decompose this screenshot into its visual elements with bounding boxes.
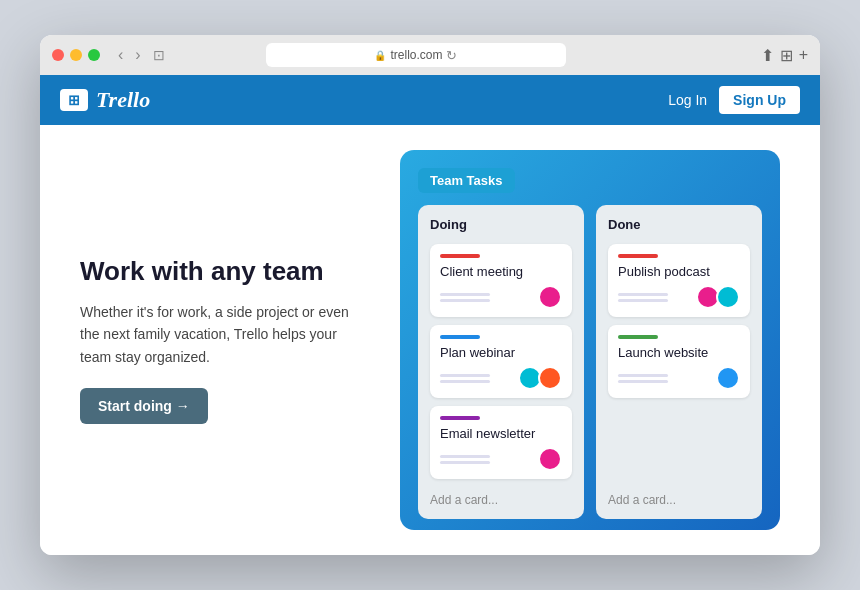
card-line: [618, 374, 668, 377]
card-line: [440, 455, 490, 458]
avatar: [716, 285, 740, 309]
trello-logo-text: Trello: [96, 87, 150, 113]
card-avatars: [538, 447, 562, 471]
traffic-lights: [52, 49, 100, 61]
avatar: [538, 447, 562, 471]
avatar: [716, 366, 740, 390]
card-avatars: [696, 285, 740, 309]
hero-section: Work with any team Whether it's for work…: [80, 256, 360, 424]
trello-logo: ⊞ Trello: [60, 87, 150, 113]
card-bar: [440, 416, 480, 420]
card-avatars: [538, 285, 562, 309]
card-title: Client meeting: [440, 264, 562, 279]
card-plan-webinar[interactable]: Plan webinar: [430, 325, 572, 398]
card-title: Email newsletter: [440, 426, 562, 441]
maximize-button[interactable]: [88, 49, 100, 61]
card-line: [618, 380, 668, 383]
hero-heading: Work with any team: [80, 256, 360, 287]
board-columns: Doing Client meeting: [418, 205, 762, 519]
doing-column: Doing Client meeting: [418, 205, 584, 519]
add-button[interactable]: +: [799, 46, 808, 65]
card-title: Plan webinar: [440, 345, 562, 360]
card-meta: [440, 447, 562, 471]
board-title: Team Tasks: [418, 168, 515, 193]
card-lines: [618, 293, 668, 302]
card-bar: [440, 254, 480, 258]
card-line: [618, 293, 668, 296]
card-lines: [618, 374, 668, 383]
url-text: trello.com: [390, 48, 442, 62]
card-meta: [618, 366, 740, 390]
cta-button[interactable]: Start doing →: [80, 388, 208, 424]
browser-window: ‹ › ⊡ 🔒 trello.com ↻ ⬆ ⊞ + ⊞ Trello Log …: [40, 35, 820, 555]
minimize-button[interactable]: [70, 49, 82, 61]
card-line: [440, 293, 490, 296]
done-column: Done Publish podcast: [596, 205, 762, 519]
forward-button[interactable]: ›: [131, 44, 144, 66]
trello-navbar: ⊞ Trello Log In Sign Up: [40, 75, 820, 125]
browser-chrome: ‹ › ⊡ 🔒 trello.com ↻ ⬆ ⊞ +: [40, 35, 820, 75]
signup-button[interactable]: Sign Up: [719, 86, 800, 114]
card-lines: [440, 374, 490, 383]
share-button[interactable]: ⬆: [761, 46, 774, 65]
card-lines: [440, 293, 490, 302]
card-meta: [440, 285, 562, 309]
card-avatars: [518, 366, 562, 390]
card-client-meeting[interactable]: Client meeting: [430, 244, 572, 317]
card-line: [440, 380, 490, 383]
back-button[interactable]: ‹: [114, 44, 127, 66]
main-content: Work with any team Whether it's for work…: [40, 125, 820, 555]
card-publish-podcast[interactable]: Publish podcast: [608, 244, 750, 317]
nav-buttons: ‹ ›: [114, 44, 145, 66]
done-column-header: Done: [608, 217, 750, 232]
board-demo: Team Tasks Doing Client meeting: [400, 150, 780, 530]
card-bar: [618, 335, 658, 339]
card-lines: [440, 455, 490, 464]
close-button[interactable]: [52, 49, 64, 61]
add-card-done[interactable]: Add a card...: [608, 487, 750, 507]
card-email-newsletter[interactable]: Email newsletter: [430, 406, 572, 479]
reload-icon[interactable]: ↻: [446, 48, 457, 63]
browser-actions: ⬆ ⊞ +: [761, 46, 808, 65]
card-line: [618, 299, 668, 302]
tab-view-button[interactable]: ⊡: [153, 47, 165, 63]
card-line: [440, 374, 490, 377]
add-card-doing[interactable]: Add a card...: [430, 487, 572, 507]
hero-description: Whether it's for work, a side project or…: [80, 301, 360, 368]
card-meta: [618, 285, 740, 309]
card-avatars: [716, 366, 740, 390]
card-line: [440, 461, 490, 464]
card-title: Launch website: [618, 345, 740, 360]
trello-logo-icon: ⊞: [60, 89, 88, 111]
card-bar: [618, 254, 658, 258]
card-meta: [440, 366, 562, 390]
lock-icon: 🔒: [374, 50, 386, 61]
login-link[interactable]: Log In: [668, 92, 707, 108]
card-title: Publish podcast: [618, 264, 740, 279]
card-line: [440, 299, 490, 302]
address-bar[interactable]: 🔒 trello.com ↻: [266, 43, 566, 67]
avatar: [538, 285, 562, 309]
card-bar: [440, 335, 480, 339]
new-tab-button[interactable]: ⊞: [780, 46, 793, 65]
doing-column-header: Doing: [430, 217, 572, 232]
avatar: [538, 366, 562, 390]
card-launch-website[interactable]: Launch website: [608, 325, 750, 398]
